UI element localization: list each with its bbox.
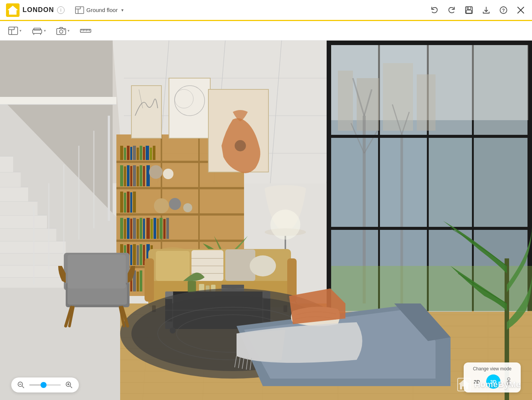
- svg-rect-76: [0, 201, 38, 215]
- logo-icon: [6, 3, 20, 17]
- svg-rect-133: [133, 146, 136, 160]
- download-button[interactable]: [481, 5, 491, 15]
- svg-rect-142: [127, 165, 130, 186]
- svg-point-197: [235, 140, 246, 151]
- svg-rect-171: [160, 218, 163, 239]
- svg-rect-167: [146, 218, 150, 239]
- view-mode-control: Change view mode 2D 3D: [464, 362, 521, 392]
- svg-rect-70: [0, 241, 66, 253]
- measure-tool[interactable]: [76, 24, 95, 37]
- svg-rect-179: [137, 245, 139, 265]
- view-2d-tool[interactable]: ▾: [5, 24, 25, 37]
- svg-rect-170: [157, 219, 159, 239]
- floor-label: Ground floor: [86, 7, 118, 13]
- redo-button[interactable]: [446, 5, 457, 15]
- svg-rect-130: [124, 148, 126, 160]
- svg-point-204: [270, 210, 300, 240]
- svg-rect-191: [131, 86, 161, 138]
- svg-rect-173: [166, 218, 169, 239]
- svg-rect-231: [188, 281, 196, 292]
- svg-point-220: [250, 255, 276, 276]
- svg-rect-161: [127, 218, 130, 239]
- svg-rect-138: [150, 148, 152, 160]
- svg-rect-127: [116, 240, 244, 242]
- topbar: LONDON i Ground floor ▾: [0, 0, 532, 21]
- close-button[interactable]: [515, 5, 526, 15]
- svg-rect-163: [133, 218, 136, 239]
- svg-rect-140: [120, 165, 123, 186]
- camera-tool[interactable]: ▾: [53, 24, 73, 37]
- svg-rect-129: [120, 146, 123, 160]
- save-button[interactable]: [464, 5, 474, 15]
- camera-icon: [56, 27, 66, 35]
- svg-rect-90: [0, 97, 116, 104]
- svg-point-25: [64, 29, 65, 30]
- logo-area: LONDON i: [6, 3, 65, 17]
- svg-rect-20: [34, 28, 41, 30]
- view-mode-buttons: 2D 3D: [470, 374, 515, 389]
- svg-rect-147: [143, 166, 145, 186]
- zoom-in-button[interactable]: [65, 380, 74, 389]
- svg-rect-180: [140, 244, 142, 265]
- svg-rect-141: [124, 166, 126, 186]
- svg-rect-135: [140, 146, 142, 160]
- svg-rect-166: [143, 219, 145, 239]
- svg-point-157: [169, 198, 181, 210]
- view-3d-button[interactable]: 3D: [486, 374, 500, 389]
- zoom-out-button[interactable]: [17, 380, 26, 389]
- svg-rect-155: [133, 192, 136, 213]
- svg-point-262: [508, 378, 510, 380]
- info-icon[interactable]: i: [57, 6, 65, 14]
- svg-rect-177: [130, 245, 132, 265]
- chevron-down-icon: ▾: [121, 8, 124, 13]
- svg-rect-137: [146, 146, 149, 160]
- svg-point-158: [183, 203, 192, 212]
- svg-rect-151: [120, 192, 123, 213]
- svg-rect-136: [143, 147, 145, 160]
- svg-rect-125: [116, 187, 244, 189]
- view-person-button[interactable]: [503, 376, 515, 388]
- svg-point-156: [154, 198, 169, 213]
- furniture-tool[interactable]: ▾: [28, 24, 50, 37]
- svg-rect-72: [0, 228, 56, 241]
- floor-view-icon: [8, 27, 18, 35]
- svg-rect-178: [133, 244, 136, 265]
- svg-rect-164: [137, 219, 139, 239]
- svg-rect-172: [163, 219, 166, 239]
- svg-rect-131: [127, 146, 130, 160]
- svg-rect-100: [474, 137, 527, 227]
- svg-rect-160: [124, 219, 126, 239]
- app-title: LONDON: [23, 6, 54, 14]
- change-view-label: Change view mode: [473, 366, 512, 371]
- room-scene[interactable]: [0, 41, 532, 400]
- svg-text:?: ?: [502, 8, 505, 13]
- svg-rect-162: [130, 219, 132, 239]
- svg-line-256: [22, 386, 24, 388]
- view-2d-button[interactable]: 2D: [470, 374, 484, 389]
- svg-rect-236: [222, 285, 244, 288]
- svg-point-24: [60, 30, 63, 33]
- measure-icon: [80, 27, 91, 35]
- help-button[interactable]: ?: [498, 5, 509, 15]
- svg-point-267: [506, 383, 508, 385]
- svg-rect-82: [0, 156, 13, 172]
- main-canvas[interactable]: Change view mode 2D 3D: [0, 41, 532, 400]
- svg-rect-154: [130, 192, 132, 213]
- svg-rect-99: [429, 137, 472, 227]
- zoom-control[interactable]: [11, 377, 79, 392]
- undo-button[interactable]: [429, 5, 440, 15]
- floor-selector[interactable]: Ground floor ▾: [72, 5, 127, 15]
- svg-rect-144: [133, 165, 136, 186]
- svg-point-268: [509, 383, 511, 385]
- svg-rect-97: [331, 137, 378, 227]
- svg-rect-148: [146, 165, 150, 186]
- svg-rect-152: [124, 193, 126, 213]
- svg-rect-9: [466, 10, 472, 13]
- zoom-slider[interactable]: [29, 384, 61, 386]
- svg-rect-193: [169, 78, 210, 138]
- svg-rect-74: [0, 215, 47, 228]
- svg-rect-159: [120, 218, 123, 239]
- svg-rect-132: [130, 147, 132, 160]
- svg-rect-146: [140, 165, 142, 186]
- svg-rect-210: [145, 258, 154, 302]
